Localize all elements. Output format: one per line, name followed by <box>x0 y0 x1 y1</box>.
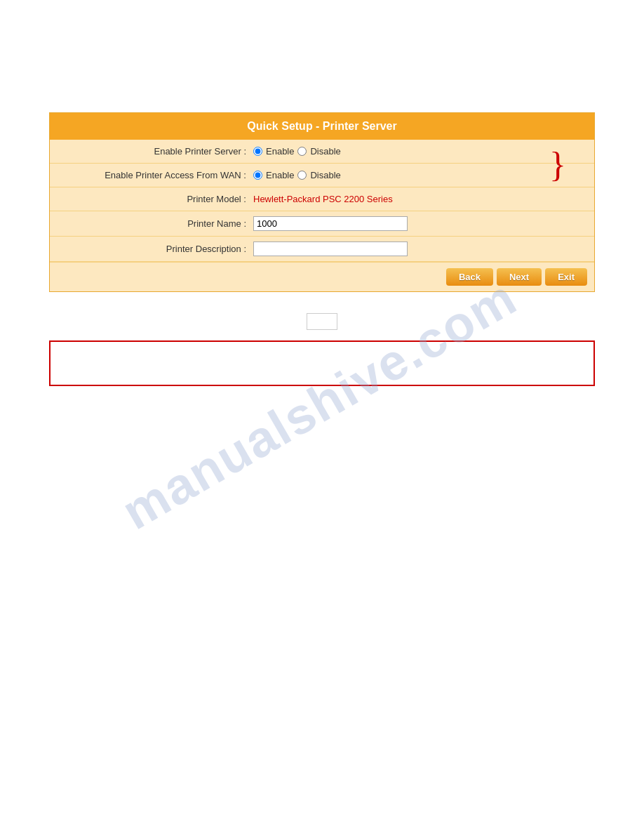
exit-button[interactable]: Exit <box>545 268 587 286</box>
enable-printer-server-row: Enable Printer Server : Enable Disable } <box>50 140 594 164</box>
form-title: Quick Setup - Printer Server <box>50 113 594 140</box>
enable-printer-access-wan-row: Enable Printer Access From WAN : Enable … <box>50 164 594 187</box>
printer-name-row: Printer Name : <box>50 211 594 237</box>
enable-printer-access-wan-radio-group: Enable Disable <box>253 170 341 180</box>
printer-description-input[interactable] <box>253 241 408 256</box>
enable-printer-server-disable-radio[interactable] <box>297 147 307 156</box>
enable-printer-access-wan-disable-radio[interactable] <box>297 171 307 180</box>
form-body: Enable Printer Server : Enable Disable }… <box>50 140 594 291</box>
enable-printer-access-wan-label: Enable Printer Access From WAN : <box>57 170 253 180</box>
enable-printer-server-disable-label[interactable]: Disable <box>310 146 340 157</box>
printer-model-row: Printer Model : Hewlett-Packard PSC 2200… <box>50 187 594 211</box>
printer-model-value: Hewlett-Packard PSC 2200 Series <box>253 194 587 204</box>
printer-description-value <box>253 241 587 256</box>
enable-printer-server-radio-group: Enable Disable <box>253 146 341 157</box>
small-box <box>307 313 337 330</box>
printer-name-value <box>253 216 587 231</box>
printer-name-input[interactable] <box>253 216 408 231</box>
printer-model-label: Printer Model : <box>57 194 253 204</box>
buttons-row: Back Next Exit <box>50 262 594 291</box>
back-button[interactable]: Back <box>446 268 493 286</box>
enable-printer-server-label: Enable Printer Server : <box>57 146 253 157</box>
enable-printer-server-value: Enable Disable } <box>253 146 587 157</box>
brace-decoration: } <box>549 138 566 191</box>
printer-name-label: Printer Name : <box>57 218 253 229</box>
enable-printer-access-wan-enable-radio[interactable] <box>253 171 262 180</box>
enable-printer-access-wan-disable-label[interactable]: Disable <box>310 170 340 180</box>
enable-printer-server-enable-radio[interactable] <box>253 147 262 156</box>
printer-model-text: Hewlett-Packard PSC 2200 Series <box>253 194 393 204</box>
printer-description-row: Printer Description : <box>50 237 594 262</box>
printer-description-label: Printer Description : <box>57 244 253 254</box>
red-bordered-box <box>49 340 595 386</box>
enable-printer-access-wan-value: Enable Disable <box>253 170 587 180</box>
printer-server-form: Quick Setup - Printer Server Enable Prin… <box>49 112 595 292</box>
enable-printer-access-wan-enable-label[interactable]: Enable <box>266 170 294 180</box>
enable-printer-server-enable-label[interactable]: Enable <box>266 146 294 157</box>
next-button[interactable]: Next <box>497 268 542 286</box>
